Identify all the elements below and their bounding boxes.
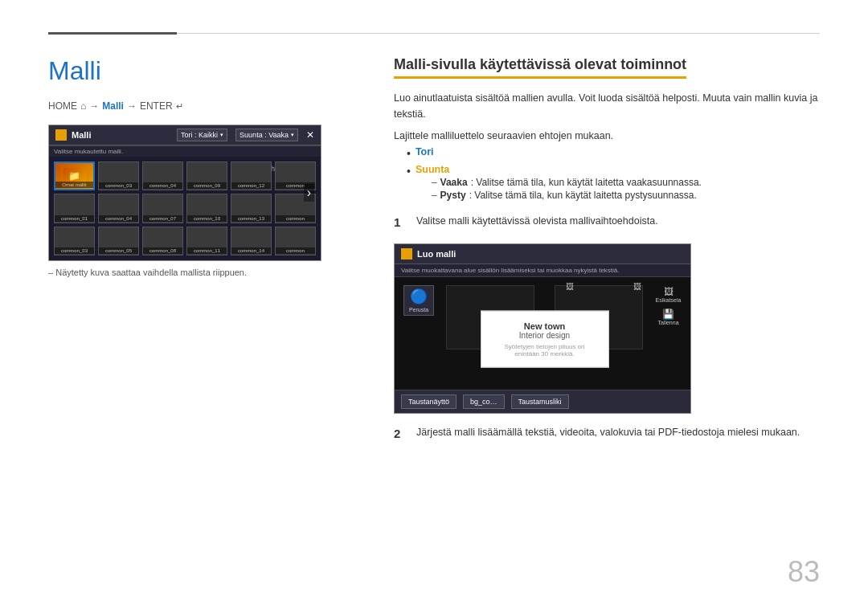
table-row[interactable]: common_08 — [142, 227, 183, 255]
luo-malli-screenshot: Luo malli Valitse muokattavana alue sisä… — [394, 243, 691, 414]
vaaka-bold: Vaaka — [440, 177, 468, 188]
table-row[interactable]: common_09 — [186, 161, 227, 190]
luo-left-panel: 🔵 Perusta — [395, 277, 443, 390]
corner-icon-1: 🖼 — [566, 282, 574, 291]
step-1-number: 1 — [394, 214, 407, 232]
tallenna-label: Tallenna — [652, 320, 686, 325]
top-decorative-lines — [48, 32, 820, 35]
malli-header-left: Malli — [55, 129, 91, 141]
malli-dropdown-tori[interactable]: Tori : Kaikki ▾ — [177, 129, 227, 141]
home-icon: ⌂ — [80, 100, 86, 112]
breadcrumb-malli[interactable]: Malli — [102, 100, 124, 112]
page-title: Malli — [48, 56, 354, 86]
esikatsela-button[interactable]: 🖼 Esikatsela — [652, 285, 686, 303]
malli-window-icon — [55, 129, 67, 141]
malli-screenshot-box: Malli Tori : Kaikki ▾ Suunta : Vaaka ▾ ✕… — [48, 125, 321, 261]
sub-item-pysty: Pysty : Valitse tämä tila, kun käytät la… — [432, 190, 702, 201]
top-line-light — [177, 33, 820, 34]
table-row[interactable]: common_01 — [54, 194, 95, 223]
description-paragraph-1: Luo ainutlaatuista sisältöä mallien avul… — [394, 90, 820, 122]
table-row[interactable]: common_11 — [186, 227, 227, 255]
step-2-text: Järjestä malli lisäämällä tekstiä, video… — [416, 425, 800, 443]
table-row[interactable]: common_05 — [98, 227, 139, 255]
right-column: Malli-sivulla käytettävissä olevat toimi… — [394, 56, 820, 454]
luo-right-panel: 🖼 Esikatsela 💾 Tallenna — [646, 277, 690, 390]
table-row[interactable]: common_10 — [186, 194, 227, 223]
table-row[interactable]: common_03 — [98, 161, 139, 190]
bg-co-button[interactable]: bg_co… — [463, 394, 505, 409]
enter-icon: ↵ — [176, 101, 183, 112]
table-row[interactable]: common_03 — [54, 227, 95, 255]
table-row[interactable]: common_14 — [231, 227, 272, 255]
table-row[interactable]: common_04 — [98, 194, 139, 223]
malli-close-button[interactable]: ✕ — [306, 129, 314, 141]
table-row[interactable]: common_13 — [231, 194, 272, 223]
bullet-suunta: Suunta Vaaka : Valitse tämä tila, kun kä… — [407, 164, 820, 202]
left-column: Malli HOME ⌂ → Malli → ENTER ↵ Malli Tor… — [48, 56, 354, 277]
pysty-text: : Valitse tämä tila, kun käytät laitetta… — [469, 190, 697, 201]
page-number: 83 — [788, 555, 820, 589]
step-1-text: Valitse malli käytettävissä olevista mal… — [416, 214, 658, 232]
feature-bullet-list: Tori Suunta Vaaka : Valitse tämä tila, k… — [407, 146, 820, 202]
luo-popup[interactable]: New town Interior design Syötetyjen tiet… — [481, 310, 609, 367]
taustanaytto-button[interactable]: Taustanäyttö — [401, 394, 457, 409]
next-page-button[interactable]: › — [304, 184, 314, 202]
luo-malli-icon — [401, 248, 412, 260]
esikatsela-icon: 🖼 — [664, 286, 674, 297]
list-intro: Lajittele malliluettelo seuraavien ehtoj… — [394, 130, 820, 141]
malli-subtitle: Valitse mukautettu malli. — [49, 145, 321, 157]
malli-dropdown-suunta[interactable]: Suunta : Vaaka ▾ — [235, 129, 298, 141]
breadcrumb-home: HOME — [48, 100, 77, 112]
luo-malli-header: Luo malli — [395, 244, 690, 264]
table-row[interactable]: common_04 — [142, 161, 183, 190]
vaaka-text: : Valitse tämä tila, kun käytät laitetta… — [471, 177, 702, 188]
step-2-item: 2 Järjestä malli lisäämällä tekstiä, vid… — [394, 425, 820, 443]
luo-malli-subtitle: Valitse muokattavana alue sisällön lisää… — [395, 264, 690, 277]
breadcrumb-arrow2: → — [127, 100, 137, 112]
luo-bottom-bar: Taustanäyttö bg_co… Taustamusliki — [395, 390, 690, 413]
perusta-icon: 🔵 — [410, 288, 428, 305]
table-row[interactable]: common_07 — [142, 194, 183, 223]
esikatsela-label: Esikatsela — [652, 297, 686, 303]
bullet-tori: Tori — [407, 146, 820, 161]
step-2-number: 2 — [394, 425, 407, 443]
luo-main-area: 🖼 🖼 New town Interior design Syötetyjen … — [443, 277, 646, 390]
malli-thumb-label-omat: Omat mallit — [55, 182, 93, 188]
tallenna-icon: 💾 — [662, 309, 674, 320]
breadcrumb: HOME ⌂ → Malli → ENTER ↵ — [48, 100, 354, 112]
suunta-sub-list: Vaaka : Valitse tämä tila, kun käytät la… — [432, 177, 702, 201]
luo-popup-subtitle: Interior design — [497, 330, 592, 339]
perusta-button[interactable]: 🔵 Perusta — [403, 285, 434, 316]
malli-dropdown-suunta-label: Suunta : Vaaka — [240, 131, 289, 139]
suunta-label: Suunta — [416, 164, 449, 175]
malli-controls: Tori : Kaikki ▾ Suunta : Vaaka ▾ ✕ — [177, 129, 314, 141]
malli-window-header: Malli Tori : Kaikki ▾ Suunta : Vaaka ▾ ✕ — [49, 125, 321, 145]
tallenna-button[interactable]: 💾 Tallenna — [652, 308, 686, 325]
luo-malli-title: Luo malli — [417, 249, 456, 259]
section-title: Malli-sivulla käytettävissä olevat toimi… — [394, 56, 686, 79]
malli-window-title: Malli — [72, 130, 91, 140]
chevron-down-icon: ▾ — [220, 132, 223, 138]
perusta-label: Perusta — [409, 307, 428, 313]
table-row[interactable]: common_12 — [231, 161, 272, 190]
screenshot-note: Näytetty kuva saattaa vaihdella mallista… — [48, 268, 354, 277]
tori-label: Tori — [416, 146, 434, 157]
corner-icon-2: 🖼 — [633, 282, 641, 291]
sub-item-vaaka: Vaaka : Valitse tämä tila, kun käytät la… — [432, 177, 702, 188]
breadcrumb-arrow1: → — [89, 100, 99, 112]
table-row[interactable]: common — [275, 227, 316, 255]
taustamusliki-button[interactable]: Taustamusliki — [511, 394, 569, 409]
malli-dropdown-tori-label: Tori : Kaikki — [181, 131, 218, 139]
malli-grid: 📁 Omat mallit common_03 common_04 common… — [49, 157, 321, 260]
step-1-item: 1 Valitse malli käytettävissä olevista m… — [394, 214, 820, 232]
top-line-dark — [48, 32, 177, 35]
luo-malli-content: 🔵 Perusta 🖼 🖼 New town Interior design S… — [395, 277, 690, 390]
pysty-bold: Pysty — [440, 190, 466, 201]
luo-popup-hint: Syötetyjen tietojen pituus on enintään 3… — [497, 342, 592, 357]
luo-popup-title: New town — [497, 321, 592, 330]
malli-thumb-omat[interactable]: 📁 Omat mallit — [54, 161, 95, 190]
chevron-down-icon-2: ▾ — [291, 132, 294, 138]
breadcrumb-enter: ENTER — [140, 100, 173, 112]
